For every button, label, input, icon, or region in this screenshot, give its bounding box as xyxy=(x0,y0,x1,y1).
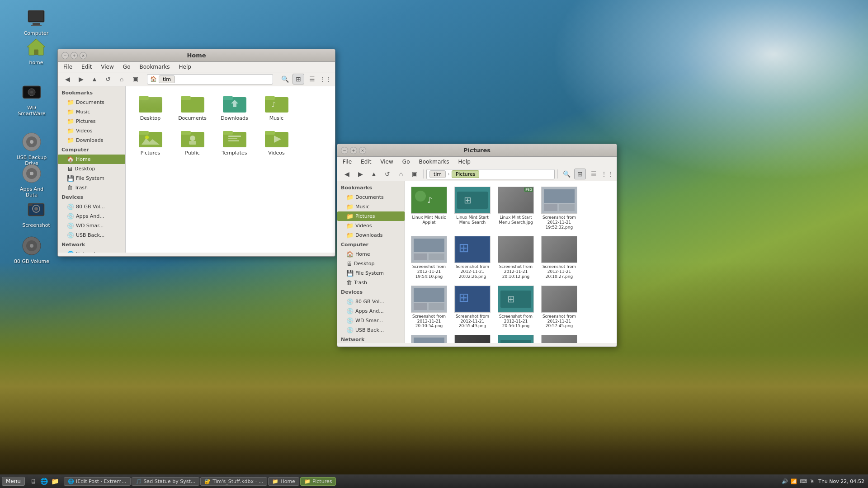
desktop-icon-wd[interactable]: WD SmartWare xyxy=(14,81,50,117)
taskbar-menu-button[interactable]: Menu xyxy=(2,477,25,486)
menu-bookmarks[interactable]: Bookmarks xyxy=(137,63,171,71)
sidebar-80gb[interactable]: 💿 80 GB Vol... xyxy=(58,202,125,211)
taskbar-icon-3[interactable]: 📁 xyxy=(50,476,60,486)
taskbar-item-pictures[interactable]: 📁 Pictures xyxy=(300,477,336,486)
thumb-item-14[interactable]: ⊞Screenshot from 2012-11-21 22:02:35.png xyxy=(495,333,536,343)
thumb-item-3[interactable]: Screenshot from 2012-11-21 19:52:32.png xyxy=(539,185,580,231)
desktop-icon-screenshot[interactable]: Screenshot xyxy=(18,199,54,228)
pics-up-button[interactable]: ▲ xyxy=(368,169,380,179)
thumb-item-1[interactable]: ⊞Linux Mint Start Menu Search xyxy=(452,185,493,231)
pics-sidebar-wd[interactable]: 💿 WD Smar... xyxy=(337,316,405,325)
pics-menu-go[interactable]: Go xyxy=(401,158,412,166)
pics-sidebar-usb[interactable]: 💿 USB Back... xyxy=(337,325,405,335)
taskbar-icon-2[interactable]: 🌐 xyxy=(39,476,49,486)
address-crumb-tim[interactable]: tim xyxy=(159,75,175,83)
pics-reload-button[interactable]: ↺ xyxy=(382,169,393,179)
pics-search-button[interactable]: 🔍 xyxy=(561,169,572,179)
pics-menu-file[interactable]: File xyxy=(341,158,354,166)
pics-sidebar-home[interactable]: 🏠 Home xyxy=(337,249,405,259)
desktop-icon-home[interactable]: home xyxy=(18,36,54,66)
home-maximize-button[interactable]: + xyxy=(71,52,78,59)
thumb-item-2[interactable]: JPEGLinux Mint Start Menu Search.jpg xyxy=(495,185,536,231)
thumb-item-7[interactable]: Screenshot from 2012-11-21 20:10:27.png xyxy=(539,234,580,281)
thumb-item-4[interactable]: Screenshot from 2012-11-21 19:54:10.png xyxy=(409,234,449,281)
pics-terminal-button[interactable]: ▣ xyxy=(409,169,420,179)
desktop-icon-80gb[interactable]: 80 GB Volume xyxy=(14,235,50,264)
sidebar-downloads[interactable]: 📁 Downloads xyxy=(58,136,125,145)
sidebar-desktop[interactable]: 🖥 Desktop xyxy=(58,164,125,174)
sidebar-home[interactable]: 🏠 Home xyxy=(58,155,125,164)
sidebar-trash[interactable]: 🗑 Trash xyxy=(58,183,125,192)
sys-icon-1[interactable]: 🔊 xyxy=(782,479,788,484)
pics-sidebar-documents[interactable]: 📁 Documents xyxy=(337,192,405,202)
pics-sidebar-downloads[interactable]: 📁 Downloads xyxy=(337,230,405,240)
desktop-icon-apps[interactable]: Apps And Data xyxy=(14,163,50,198)
thumb-item-9[interactable]: ⊞Screenshot from 2012-11-21 20:55:49.png xyxy=(452,284,493,330)
sidebar-documents[interactable]: 📁 Documents xyxy=(58,98,125,107)
sidebar-pictures[interactable]: 📁 Pictures xyxy=(58,117,125,126)
taskbar-item-keepass[interactable]: 🔐 Tim's_Stuff.kdbx - ... xyxy=(200,477,267,486)
folder-documents[interactable]: Documents xyxy=(173,92,212,123)
pics-sidebar-apps[interactable]: 💿 Apps And... xyxy=(337,306,405,316)
sidebar-wd[interactable]: 💿 WD Smar... xyxy=(58,221,125,230)
thumb-item-13[interactable]: Screenshot from 2012-11-21 22:02:23.png xyxy=(452,333,493,343)
thumb-item-12[interactable]: Screenshot from 2012-11-21 21:49:08.png xyxy=(409,333,449,343)
thumb-item-10[interactable]: ⊞Screenshot from 2012-11-21 20:56:15.png xyxy=(495,284,536,330)
pics-sidebar-videos[interactable]: 📁 Videos xyxy=(337,221,405,230)
taskbar-item-home[interactable]: 📁 Home xyxy=(268,477,299,486)
search-button[interactable]: 🔍 xyxy=(279,74,291,84)
folder-music[interactable]: ♪ Music xyxy=(257,92,296,123)
desktop-icon-usb-backup[interactable]: USB Backup Drive xyxy=(14,131,50,166)
home-nav-button[interactable]: ⌂ xyxy=(116,74,127,84)
folder-pictures[interactable]: Pictures xyxy=(131,127,170,158)
back-button[interactable]: ◀ xyxy=(61,74,73,84)
folder-videos[interactable]: Videos xyxy=(257,127,296,158)
desktop-icon-computer[interactable]: Computer xyxy=(18,7,54,36)
sidebar-network[interactable]: 🌐 Network xyxy=(58,249,125,253)
pics-crumb-tim[interactable]: tim xyxy=(429,170,446,178)
thumb-item-0[interactable]: ♪Linux Mint Music Applet xyxy=(409,185,449,231)
folder-templates[interactable]: Templates xyxy=(215,127,254,158)
list-view-button[interactable]: ☰ xyxy=(306,74,318,84)
pics-sidebar-80gb[interactable]: 💿 80 GB Vol... xyxy=(337,297,405,306)
pics-menu-help[interactable]: Help xyxy=(457,158,472,166)
terminal-button[interactable]: ▣ xyxy=(129,74,141,84)
thumb-item-15[interactable]: Screenshot from 2012-11-21 22:05:08.png xyxy=(539,333,580,343)
sidebar-music[interactable]: 📁 Music xyxy=(58,107,125,117)
pictures-close-button[interactable]: × xyxy=(359,147,366,154)
folder-desktop[interactable]: Desktop xyxy=(131,92,170,123)
menu-edit[interactable]: Edit xyxy=(80,63,94,71)
folder-downloads[interactable]: Downloads xyxy=(215,92,254,123)
reload-button[interactable]: ↺ xyxy=(102,74,114,84)
thumb-item-8[interactable]: Screenshot from 2012-11-21 20:10:54.png xyxy=(409,284,449,330)
home-minimize-button[interactable]: − xyxy=(61,52,69,59)
forward-button[interactable]: ▶ xyxy=(75,74,87,84)
pics-menu-edit[interactable]: Edit xyxy=(359,158,373,166)
thumb-item-11[interactable]: Screenshot from 2012-11-21 20:57:45.png xyxy=(539,284,580,330)
sys-icon-4[interactable]: 🖱 xyxy=(810,479,815,484)
taskbar-icon-1[interactable]: 🖥 xyxy=(28,476,38,486)
thumb-item-6[interactable]: Screenshot from 2012-11-21 20:10:12.png xyxy=(495,234,536,281)
pics-sidebar-music[interactable]: 📁 Music xyxy=(337,202,405,211)
pics-sidebar-trash[interactable]: 🗑 Trash xyxy=(337,278,405,287)
sidebar-videos[interactable]: 📁 Videos xyxy=(58,126,125,136)
up-button[interactable]: ▲ xyxy=(89,74,100,84)
folder-public[interactable]: Public xyxy=(173,127,212,158)
pics-home-button[interactable]: ⌂ xyxy=(395,169,407,179)
taskbar-item-music[interactable]: 🎵 Sad Statue by Syst... xyxy=(132,477,200,486)
pictures-maximize-button[interactable]: + xyxy=(350,147,357,154)
pics-sidebar-filesystem[interactable]: 💾 File System xyxy=(337,268,405,278)
pics-back-button[interactable]: ◀ xyxy=(341,169,353,179)
taskbar-item-browser[interactable]: 🌐 IEdit Post · Extrem... xyxy=(64,477,131,486)
menu-file[interactable]: File xyxy=(61,63,74,71)
pics-menu-view[interactable]: View xyxy=(378,158,395,166)
sys-icon-2[interactable]: 📶 xyxy=(791,479,797,484)
pics-forward-button[interactable]: ▶ xyxy=(354,169,366,179)
sys-icon-3[interactable]: ⌨ xyxy=(800,479,807,484)
compact-view-button[interactable]: ⋮⋮ xyxy=(320,74,331,84)
home-close-button[interactable]: × xyxy=(80,52,87,59)
sidebar-apps[interactable]: 💿 Apps And... xyxy=(58,211,125,221)
pics-sidebar-pictures[interactable]: 📁 Pictures xyxy=(337,211,405,221)
sidebar-usb[interactable]: 💿 USB Back... xyxy=(58,230,125,240)
pics-compact-view-button[interactable]: ⋮⋮ xyxy=(601,169,613,179)
